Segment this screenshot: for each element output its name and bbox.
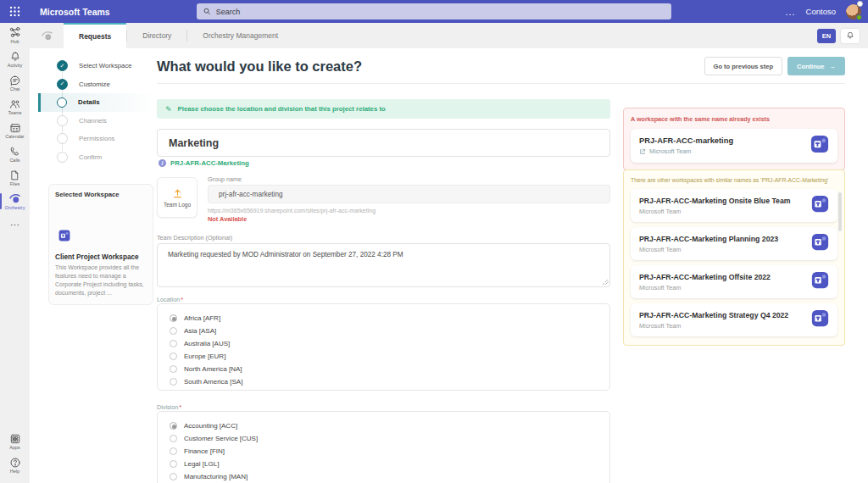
continue-label: Continue — [797, 63, 825, 70]
required-asterisk: * — [181, 296, 183, 303]
guidance-text: Please choose the location and division … — [178, 105, 386, 113]
group-name-input[interactable] — [208, 185, 610, 203]
avatar[interactable] — [846, 4, 861, 19]
step-indicator — [57, 97, 67, 108]
similar-workspace-card[interactable]: PRJ-AFR-ACC-Marketing Strategy Q4 2022 M… — [631, 303, 837, 336]
radio-option-label: Africa [AFR] — [184, 314, 220, 322]
teams-titlebar: Microsoft Teams ... Contoso — [0, 0, 868, 23]
page-title: What would you like to create? — [157, 58, 362, 75]
team-description-textarea[interactable]: Marketing requested by MOD Administrator… — [157, 243, 610, 287]
apps-icon — [9, 433, 21, 445]
step-customize[interactable]: ✓ Customize — [41, 75, 159, 94]
chat-icon — [9, 75, 21, 86]
step-label: Details — [78, 98, 100, 106]
division-radio-group: Accounting [ACC] Customer Service [CUS] … — [157, 411, 610, 483]
rail-item-help[interactable]: Help — [0, 453, 30, 476]
name-preview-text: PRJ-AFR-ACC-Marketing — [170, 159, 249, 167]
step-details[interactable]: Details — [38, 93, 159, 112]
radio-australia-aus[interactable]: Australia [AUS] — [170, 337, 598, 350]
workspace-name-input[interactable] — [157, 129, 610, 157]
radio-accounting-acc[interactable]: Accounting [ACC] — [170, 419, 598, 432]
similar-workspace-card[interactable]: PRJ-AFR-ACC-Marketing Offsite 2022 Micro… — [631, 265, 837, 298]
search-input[interactable] — [216, 8, 665, 16]
tab-orchestry-management[interactable]: Orchestry Management — [187, 23, 293, 48]
radio-icon — [170, 327, 177, 335]
step-indicator — [57, 133, 68, 144]
people-icon — [8, 98, 21, 110]
teams-logo-icon — [58, 230, 70, 245]
tab-requests[interactable]: Requests — [64, 23, 126, 48]
radio-customer-service-cus[interactable]: Customer Service [CUS] — [170, 432, 598, 445]
similar-list-scrollbar[interactable] — [838, 192, 842, 231]
step-indicator — [57, 152, 68, 163]
step-label: Select Workspace — [79, 62, 132, 69]
radio-icon — [170, 435, 177, 442]
form-header: What would you like to create? Go to pre… — [157, 55, 845, 84]
step-permissions[interactable]: Permissions — [41, 130, 159, 148]
step-label: Channels — [79, 117, 107, 125]
calendar-icon — [9, 122, 21, 134]
workspace-card-title: PRJ-AFR-ACC-Marketing Strategy Q4 2022 — [639, 311, 811, 319]
radio-finance-fin[interactable]: Finance [FIN] — [170, 445, 598, 458]
continue-button[interactable]: Continue → — [787, 57, 845, 75]
teams-logo-icon — [811, 309, 829, 330]
search-bar[interactable] — [197, 3, 671, 19]
step-indicator: ✓ — [57, 79, 68, 90]
language-badge[interactable]: EN — [817, 29, 836, 43]
workspace-card-title: PRJ-AFR-ACC-Marketing Planning 2023 — [639, 235, 811, 243]
rail-item-calendar[interactable]: Calendar — [0, 119, 30, 142]
rail-item-calls[interactable]: Calls — [0, 142, 30, 165]
bell-icon — [846, 31, 854, 40]
rail-item-files[interactable]: Files — [0, 166, 30, 189]
workspace-card-title: PRJ-AFR-ACC-Marketing Onsite Blue Team — [639, 197, 811, 205]
step-label: Customize — [79, 80, 110, 88]
rail-item-teams[interactable]: Teams — [0, 95, 30, 118]
tenant-name[interactable]: Contoso — [806, 7, 836, 16]
previous-step-button[interactable]: Go to previous step — [704, 57, 782, 75]
rail-item-hub[interactable]: Hub — [0, 24, 30, 47]
radio-south-america-sa[interactable]: South America [SA] — [170, 375, 598, 388]
similar-names-warning: There are other workspaces with similar … — [623, 169, 845, 346]
team-logo-upload[interactable]: Team Logo — [157, 177, 198, 218]
radio-legal-lgl[interactable]: Legal [LGL] — [170, 458, 598, 470]
workspace-card-title: PRJ-AFR-ACC-Marketing Offsite 2022 — [639, 273, 811, 281]
rail-item-more[interactable] — [0, 214, 30, 236]
radio-manufacturing-man[interactable]: Manufacturing [MAN] — [170, 470, 598, 483]
workspace-card-title: PRJ-AFR-ACC-marketing — [639, 136, 810, 145]
textarea-resize-handle[interactable] — [603, 279, 609, 285]
step-select-workspace[interactable]: ✓ Select Workspace — [41, 57, 159, 75]
radio-north-america-na[interactable]: North America [NA] — [170, 363, 598, 375]
teams-logo-icon — [811, 195, 829, 216]
rail-item-apps[interactable]: Apps — [0, 430, 30, 452]
similar-workspace-card[interactable]: PRJ-AFR-ACC-Marketing Onsite Blue Team M… — [631, 189, 837, 222]
existing-workspace-card[interactable]: PRJ-AFR-ACC-marketing Microsoft Team — [631, 129, 837, 163]
radio-icon — [170, 460, 177, 468]
rail-item-orchestry[interactable]: Orchestry — [0, 190, 30, 213]
similar-warning-text: There are other workspaces with similar … — [631, 177, 837, 183]
search-icon — [203, 8, 211, 15]
waffle-grid-icon — [9, 6, 20, 17]
rail-item-activity[interactable]: Activity — [0, 47, 30, 70]
duplicate-name-warning: A workspace with the same name already e… — [623, 108, 845, 170]
radio-option-label: Europe [EUR] — [184, 353, 225, 360]
selected-workspace-card[interactable]: Selected Workspace Client Project Worksp… — [48, 184, 153, 305]
app-window: Microsoft Teams ... Contoso Hub Activity… — [0, 0, 868, 483]
rail-item-chat[interactable]: Chat — [0, 71, 30, 94]
orchestry-icon — [8, 193, 21, 205]
orchestry-logo — [30, 23, 64, 48]
radio-option-label: Finance [FIN] — [184, 447, 225, 455]
radio-asia-asa[interactable]: Asia [ASA] — [170, 325, 598, 337]
radio-option-label: Asia [ASA] — [184, 327, 216, 335]
waffle-icon[interactable] — [0, 6, 30, 17]
radio-africa-afr[interactable]: Africa [AFR] — [170, 312, 598, 325]
step-channels[interactable]: Channels — [41, 112, 159, 130]
step-confirm[interactable]: Confirm — [41, 148, 159, 167]
tab-directory[interactable]: Directory — [127, 23, 186, 48]
pencil-icon: ✎ — [165, 105, 172, 114]
hub-icon — [8, 27, 21, 39]
radio-europe-eur[interactable]: Europe [EUR] — [170, 350, 598, 363]
group-name-label: Group name — [208, 175, 242, 183]
similar-workspace-card[interactable]: PRJ-AFR-ACC-Marketing Planning 2023 Micr… — [631, 227, 837, 260]
more-options[interactable]: ... — [785, 7, 795, 17]
notifications-button[interactable] — [841, 29, 860, 43]
